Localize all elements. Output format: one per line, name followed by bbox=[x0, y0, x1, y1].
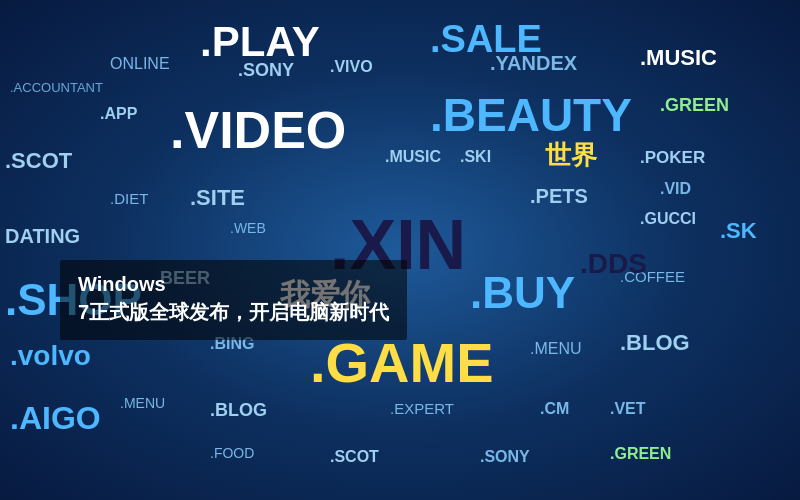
word-item: .MUSIC bbox=[385, 148, 441, 166]
word-item: .MENU bbox=[120, 395, 165, 411]
word-item: ONLINE bbox=[110, 55, 170, 73]
word-item: .GUCCI bbox=[640, 210, 696, 228]
word-item: .BEAUTY bbox=[430, 88, 632, 142]
word-item: .DIET bbox=[110, 190, 148, 207]
word-item: .SCOT bbox=[330, 448, 379, 466]
word-item: DATING bbox=[5, 225, 80, 248]
word-item: .APP bbox=[100, 105, 137, 123]
word-item: .VIDEO bbox=[170, 100, 346, 160]
word-item: .GREEN bbox=[660, 95, 729, 116]
word-item: .VET bbox=[610, 400, 646, 418]
word-item: .VIVO bbox=[330, 58, 373, 76]
word-item: .YANDEX bbox=[490, 52, 577, 75]
word-item: .PETS bbox=[530, 185, 588, 208]
word-item: .EXPERT bbox=[390, 400, 454, 417]
word-item: .SITE bbox=[190, 185, 245, 211]
word-item: .AIGO bbox=[10, 400, 101, 437]
word-item: .PLAY bbox=[200, 18, 320, 66]
word-item: .CM bbox=[540, 400, 569, 418]
word-item: .ACCOUNTANT bbox=[10, 80, 103, 95]
word-item: .MENU bbox=[530, 340, 582, 358]
word-item: .BUY bbox=[470, 268, 575, 318]
word-item: .DDS bbox=[580, 248, 647, 280]
word-item: .SKI bbox=[460, 148, 491, 166]
word-item: .SCOT bbox=[5, 148, 72, 174]
word-item: .FOOD bbox=[210, 445, 254, 461]
word-item: .BLOG bbox=[620, 330, 690, 356]
word-cloud: .PLAY.SALEONLINE.SONY.VIVO.YANDEX.MUSIC.… bbox=[0, 0, 800, 500]
word-item: .VID bbox=[660, 180, 691, 198]
word-item: .BLOG bbox=[210, 400, 267, 421]
word-item: .WEB bbox=[230, 220, 266, 236]
word-item: .MUSIC bbox=[640, 45, 717, 71]
word-item: .SONY bbox=[480, 448, 530, 466]
word-item: 世界 bbox=[545, 138, 597, 173]
word-item: .volvo bbox=[10, 340, 91, 372]
word-item: .SONY bbox=[238, 60, 294, 81]
word-item: .POKER bbox=[640, 148, 705, 168]
word-item: .GREEN bbox=[610, 445, 671, 463]
overlay-subtitle: 7正式版全球发布，开启电脑新时代 bbox=[78, 298, 389, 326]
overlay-box: Windows 7正式版全球发布，开启电脑新时代 bbox=[60, 260, 407, 340]
word-item: .SK bbox=[720, 218, 757, 244]
overlay-title: Windows bbox=[78, 270, 389, 298]
